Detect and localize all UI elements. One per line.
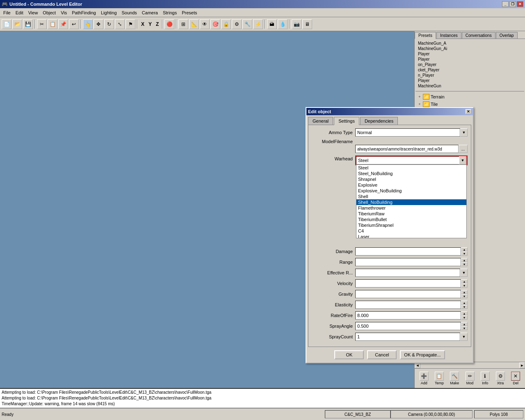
close-button[interactable]: ✕ <box>517 1 523 7</box>
rate-of-fire-spin-up[interactable]: ▲ <box>461 311 468 315</box>
tab-instances[interactable]: Instances <box>436 32 461 39</box>
tree-item-terrain[interactable]: + 📁 Terrain <box>415 93 524 100</box>
range-spin-up[interactable]: ▲ <box>461 258 468 262</box>
del-icon[interactable]: ✕ <box>511 372 520 381</box>
menu-lighting[interactable]: Lighting <box>98 9 119 16</box>
menu-sounds[interactable]: Sounds <box>119 9 139 16</box>
flag-button[interactable]: ⚑ <box>126 19 135 29</box>
spray-count-dropdown[interactable]: ▼ <box>460 333 468 341</box>
warhead-option-shell-nobuilding[interactable]: Shell_NoBuilding <box>356 199 466 205</box>
del-button[interactable]: ✕ Del <box>509 371 522 386</box>
rotate-button[interactable]: ↻ <box>104 19 114 29</box>
select-button[interactable]: 👆 <box>83 19 93 29</box>
velocity-spin-down[interactable]: ▼ <box>461 283 468 288</box>
gravity-spin-up[interactable]: ▲ <box>461 290 468 294</box>
temp-icon[interactable]: 📋 <box>435 372 444 381</box>
new-button[interactable]: 📄 <box>2 19 11 29</box>
open-button[interactable]: 📂 <box>12 19 22 29</box>
warhead-option-c4[interactable]: C4 <box>356 228 466 234</box>
info-button[interactable]: ℹ Info <box>479 371 491 386</box>
warhead-option-shrapnel[interactable]: Shrapnel <box>356 176 466 182</box>
warhead-option-tiberiumraw[interactable]: TiberiumRaw <box>356 211 466 217</box>
menu-strings[interactable]: Strings <box>160 9 179 16</box>
tab-conversations[interactable]: Conversations <box>462 32 495 39</box>
gravity-spin-down[interactable]: ▼ <box>461 294 468 298</box>
menu-presets[interactable]: Presets <box>179 9 199 16</box>
rate-of-fire-spin-down[interactable]: ▼ <box>461 315 468 320</box>
effective-range-value[interactable] <box>355 269 460 277</box>
undo-button[interactable]: ↩ <box>69 19 79 29</box>
list-item-player2[interactable]: Player <box>416 57 523 62</box>
elasticity-spin-up[interactable]: ▲ <box>461 301 468 305</box>
warhead-option-tiberiumshrapnel[interactable]: TiberiumShrapnel <box>356 222 466 228</box>
tile-expand[interactable]: + <box>416 101 423 107</box>
list-item-nplayer[interactable]: n_Player <box>416 73 523 78</box>
menu-object[interactable]: Object <box>40 9 58 16</box>
restore-button[interactable]: ❐ <box>509 1 516 7</box>
list-item-cketplayer[interactable]: cket_Player <box>416 67 523 73</box>
damage-spin-down[interactable]: ▼ <box>461 251 468 256</box>
model-filename-browse-button[interactable]: ... <box>459 145 468 153</box>
tool1-button[interactable]: ⚙ <box>232 19 242 29</box>
damage-spin-up[interactable]: ▲ <box>461 247 468 251</box>
add-button[interactable]: ➕ Add <box>418 371 430 386</box>
xtra-icon[interactable]: ⚙ <box>496 372 505 381</box>
copy-button[interactable]: 📋 <box>48 19 57 29</box>
menu-vis[interactable]: Vis <box>58 9 69 16</box>
mod-icon[interactable]: ✏ <box>466 372 475 381</box>
spray-angle-spin-up[interactable]: ▲ <box>461 322 468 326</box>
paste-button[interactable]: 📌 <box>58 19 68 29</box>
ok-propagate-button[interactable]: OK & Propagate... <box>400 350 445 359</box>
mod-button[interactable]: ✏ Mod <box>464 371 476 386</box>
dialog-close-button[interactable]: ✕ <box>466 109 471 114</box>
rate-of-fire-value[interactable]: 8.000 <box>355 311 461 320</box>
damage-value[interactable] <box>355 247 461 256</box>
target-button[interactable]: 🎯 <box>210 19 220 29</box>
tab-presets[interactable]: Presets <box>415 32 436 39</box>
tab-general[interactable]: General <box>308 117 333 125</box>
minimize-button[interactable]: _ <box>502 1 509 7</box>
grid-button[interactable]: ⊞ <box>178 19 188 29</box>
effective-range-dropdown[interactable]: ▼ <box>460 269 468 277</box>
elasticity-value[interactable] <box>355 301 461 309</box>
eye-button[interactable]: 👁 <box>200 19 210 29</box>
tool2-button[interactable]: 🔧 <box>242 19 252 29</box>
warhead-option-explosive-nobuilding[interactable]: Explosive_NoBuilding <box>356 188 466 194</box>
make-button[interactable]: 🔨 Make <box>448 371 461 386</box>
scale-button[interactable]: ⤡ <box>115 19 125 29</box>
list-item-machinegun[interactable]: MachineGun <box>416 83 523 89</box>
paint-button[interactable]: 🔴 <box>164 19 174 29</box>
menu-edit[interactable]: Edit <box>13 9 26 16</box>
water-button[interactable]: 💧 <box>278 19 288 29</box>
add-icon[interactable]: ➕ <box>420 372 429 381</box>
spray-angle-spin-down[interactable]: ▼ <box>461 326 468 330</box>
info-icon[interactable]: ℹ <box>481 372 490 381</box>
warhead-option-tiberiumbullet[interactable]: TiberiumBullet <box>356 217 466 222</box>
tool3-button[interactable]: ⚡ <box>253 19 263 29</box>
render-button[interactable]: 🖥 <box>302 19 312 29</box>
cut-button[interactable]: ✂ <box>37 19 47 29</box>
velocity-value[interactable] <box>355 279 461 288</box>
spray-count-value[interactable]: 1 <box>355 333 460 341</box>
tab-settings[interactable]: Settings <box>334 117 359 125</box>
list-item-machinegunai[interactable]: MachineGun_Ai <box>416 46 523 51</box>
warhead-option-explosive[interactable]: Explosive <box>356 182 466 188</box>
warhead-option-shell[interactable]: Shell <box>356 194 466 199</box>
warhead-option-flamethrower[interactable]: Flamethrower <box>356 205 466 211</box>
list-item-machineguna[interactable]: MachineGun_A <box>416 41 523 46</box>
spray-angle-value[interactable]: 0.500 <box>355 322 461 330</box>
range-spin-down[interactable]: ▼ <box>461 262 468 266</box>
cancel-button[interactable]: Cancel <box>367 350 397 359</box>
list-item-onplayer[interactable]: on_Player <box>416 62 523 67</box>
scroll-right-button[interactable]: ► <box>519 363 525 368</box>
terrain-button[interactable]: 🏔 <box>267 19 277 29</box>
xtra-button[interactable]: ⚙ Xtra <box>494 371 507 386</box>
model-filename-value[interactable]: always\weapons\ammo\tracers\tracer_red.w… <box>355 145 459 153</box>
warhead-dropdown-button[interactable]: ▼ <box>459 156 466 164</box>
viewport[interactable]: Edit object ✕ General Settings Dependenc… <box>0 31 414 388</box>
velocity-spin-up[interactable]: ▲ <box>461 279 468 283</box>
ok-button[interactable]: OK <box>334 350 364 359</box>
tab-overlap[interactable]: Overlap <box>496 32 518 39</box>
menu-file[interactable]: File <box>1 9 13 16</box>
lock-button[interactable]: 🔒 <box>221 19 231 29</box>
